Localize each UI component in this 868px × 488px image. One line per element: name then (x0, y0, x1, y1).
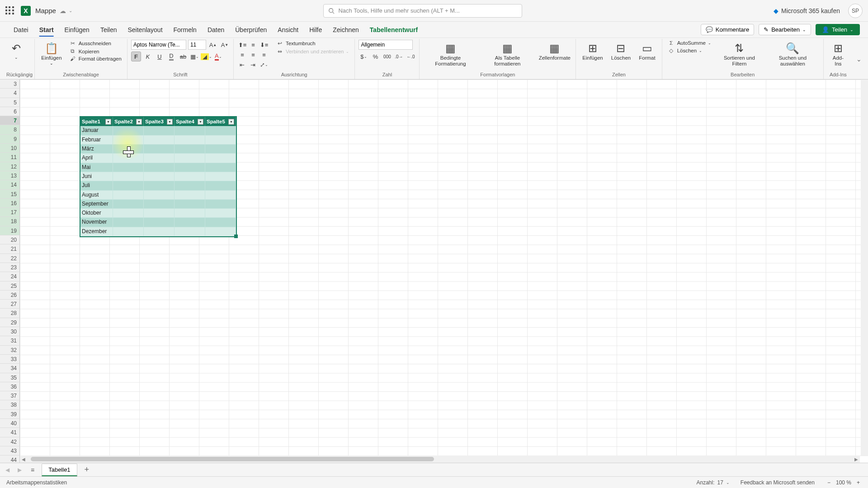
row-header[interactable]: 26 (0, 291, 20, 300)
row-header[interactable]: 30 (0, 327, 20, 336)
comments-button[interactable]: 💬Kommentare (701, 24, 754, 35)
filter-dropdown-icon[interactable]: ▼ (167, 119, 173, 125)
row-header[interactable]: 38 (0, 400, 20, 409)
title-chevron-icon[interactable]: ⌄ (69, 8, 72, 13)
table-cell[interactable] (113, 154, 144, 163)
filter-dropdown-icon[interactable]: ▼ (198, 119, 203, 125)
table-cell[interactable] (113, 136, 144, 145)
table-cell[interactable]: April (80, 154, 113, 163)
row-header[interactable]: 40 (0, 419, 20, 428)
table-header-cell[interactable]: Spalte4▼ (175, 117, 205, 126)
increase-indent-button[interactable]: ⇥ (248, 60, 258, 70)
tab-seitenlayout[interactable]: Seitenlayout (122, 23, 168, 36)
table-cell[interactable] (205, 172, 236, 181)
table-cell[interactable] (175, 209, 205, 218)
align-top-button[interactable]: ⬆≡ (237, 40, 247, 50)
align-bottom-button[interactable]: ⬇≡ (259, 40, 269, 50)
format-as-table-button[interactable]: ▦Als Tabelle formatieren (481, 40, 535, 69)
align-right-button[interactable]: ≡ (259, 50, 269, 60)
row-header[interactable]: 5 (0, 98, 20, 107)
table-cell[interactable] (144, 154, 175, 163)
table-cell[interactable] (113, 218, 144, 227)
table-cell[interactable] (144, 209, 175, 218)
row-header[interactable]: 36 (0, 382, 20, 391)
table-row[interactable]: Februar (80, 136, 236, 145)
clear-button[interactable]: ◇Löschen ⌄ (666, 47, 713, 54)
merge-center-button[interactable]: ⇔Verbinden und zentrieren ⌄ (274, 48, 351, 55)
feedback-link[interactable]: Feedback an Microsoft senden (741, 479, 815, 486)
tab-ansicht[interactable]: Ansicht (272, 23, 304, 36)
table-cell[interactable]: Februar (80, 136, 113, 145)
vertical-scrollbar[interactable] (861, 80, 868, 455)
edit-mode-button[interactable]: ✎Bearbeiten ⌄ (759, 24, 811, 35)
row-header[interactable]: 18 (0, 217, 20, 226)
row-header[interactable]: 44 (0, 455, 20, 463)
table-cell[interactable] (144, 181, 175, 190)
orientation-button[interactable]: ⤢⌄ (259, 60, 269, 70)
table-row[interactable]: März (80, 145, 236, 154)
percent-button[interactable]: % (370, 52, 380, 61)
table-cell[interactable] (113, 227, 144, 236)
table-cell[interactable]: Juli (80, 181, 113, 190)
table-cell[interactable]: August (80, 191, 113, 200)
table-cell[interactable] (113, 209, 144, 218)
number-format-select[interactable] (359, 40, 413, 50)
table-cell[interactable] (144, 218, 175, 227)
table-cell[interactable] (205, 136, 236, 145)
table-cell[interactable] (175, 181, 205, 190)
table-cell[interactable] (144, 191, 175, 200)
table-cell[interactable] (205, 227, 236, 236)
row-header[interactable]: 28 (0, 309, 20, 318)
row-header[interactable]: 15 (0, 190, 20, 199)
scroll-left-icon[interactable]: ◀ (20, 457, 27, 462)
row-header[interactable]: 29 (0, 318, 20, 327)
table-cell[interactable] (144, 172, 175, 181)
row-headers[interactable]: 3456789101112131415161718192021222324252… (0, 80, 20, 463)
table-row[interactable]: November (80, 218, 236, 227)
borders-button[interactable]: ▦⌄ (190, 52, 200, 61)
currency-button[interactable]: $⌄ (359, 52, 368, 61)
table-cell[interactable] (144, 163, 175, 172)
document-title[interactable]: Mappe (35, 7, 56, 14)
tab-hilfe[interactable]: Hilfe (304, 23, 327, 36)
table-cell[interactable] (113, 191, 144, 200)
table-header-cell[interactable]: Spalte3▼ (144, 117, 175, 126)
table-cell[interactable] (175, 218, 205, 227)
table-cell[interactable] (175, 145, 205, 154)
row-header[interactable]: 32 (0, 346, 20, 355)
table-cell[interactable]: September (80, 200, 113, 209)
tab-teilen[interactable]: Teilen (95, 23, 123, 36)
table-cell[interactable] (205, 145, 236, 154)
row-header[interactable]: 22 (0, 254, 20, 263)
hscroll-thumb[interactable] (31, 457, 434, 461)
scroll-right-icon[interactable]: ▶ (853, 457, 860, 462)
double-underline-button[interactable]: D (166, 52, 176, 61)
chevron-down-icon[interactable]: ⌄ (726, 480, 730, 485)
decrease-font-button[interactable]: A▼ (220, 40, 230, 50)
increase-font-button[interactable]: A▲ (208, 40, 218, 50)
increase-decimal-button[interactable]: .0→ (394, 52, 404, 61)
addins-button[interactable]: ⊞Add-Ins (827, 40, 849, 69)
table-cell[interactable]: Dezember (80, 227, 113, 236)
table-cell[interactable] (144, 145, 175, 154)
app-launcher-icon[interactable] (5, 6, 14, 15)
table-header-cell[interactable]: Spalte5▼ (205, 117, 236, 126)
row-header[interactable]: 37 (0, 391, 20, 400)
row-header[interactable]: 27 (0, 300, 20, 309)
table-cell[interactable]: März (80, 145, 113, 154)
filter-dropdown-icon[interactable]: ▼ (136, 119, 142, 125)
filter-dropdown-icon[interactable]: ▼ (228, 119, 234, 125)
zoom-level[interactable]: 100 % (836, 479, 851, 486)
find-select-button[interactable]: 🔍Suchen und auswählen (766, 40, 820, 69)
table-cell[interactable] (205, 163, 236, 172)
table-row[interactable]: August (80, 191, 236, 200)
row-header[interactable]: 25 (0, 282, 20, 291)
sort-filter-button[interactable]: ⇅Sortieren und Filtern (716, 40, 763, 69)
buy-microsoft-365-link[interactable]: ◆ Microsoft 365 kaufen (774, 7, 840, 14)
table-cell[interactable] (205, 200, 236, 209)
row-header[interactable]: 9 (0, 135, 20, 144)
horizontal-scrollbar[interactable]: ◀ ▶ (20, 455, 860, 463)
table-header-cell[interactable]: Spalte2▼ (113, 117, 144, 126)
conditional-format-button[interactable]: ▦Bedingte Formatierung (423, 40, 477, 69)
row-header[interactable]: 14 (0, 180, 20, 189)
